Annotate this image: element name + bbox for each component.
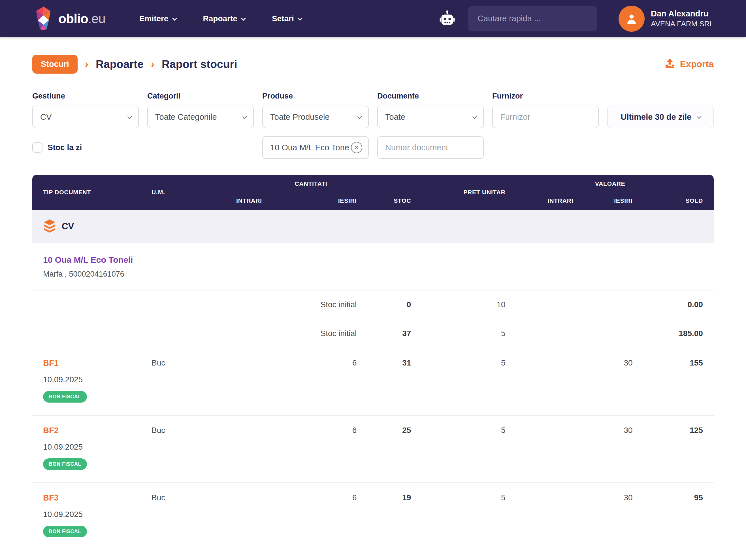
group-row-cv: CV [32,210,714,243]
pret-unitar-value: 5 [421,329,517,338]
oblio-logo-text: oblio.eu [58,11,105,26]
gestiune-select[interactable]: CV [32,106,139,128]
iesiri-value: 6 [262,358,356,367]
stoc-la-zi-label: Stoc la zi [48,143,82,152]
breadcrumb-badge-stocuri[interactable]: Stocuri [32,55,78,73]
furnizor-field [492,106,599,128]
filter-gestiune: Gestiune CV [32,92,139,128]
stoc-la-zi-checkbox[interactable] [32,142,42,153]
stock-report-table: TIP DOCUMENT U.M. CANTITATI PRET UNITAR … [32,175,714,560]
clear-product-filter-icon[interactable]: × [351,142,362,153]
filter-row-1: Gestiune CV Categorii Toate Categoriile … [32,92,714,128]
status-badge: BON FISCAL [43,526,87,537]
sold-value: 155 [633,358,714,367]
quick-search [468,6,597,31]
nav-right: Dan Alexandru AVENA FARM SRL [439,6,714,32]
pret-unitar-value: 5 [421,426,517,435]
filter-categorii: Categorii Toate Categoriile [147,92,254,128]
nav-item-rapoarte-label: Rapoarte [203,14,237,23]
col-valoare-intrari: INTRARI [517,195,574,204]
stoc-la-zi-control[interactable]: Stoc la zi [32,142,139,153]
group-name: CV [62,222,74,232]
table-row: BF2 10.09.2025 BON FISCAL Buc 6 25 5 30 … [32,415,714,482]
table-row: BF1 10.09.2025 BON FISCAL Buc 6 31 5 30 … [32,348,714,415]
breadcrumb: Stocuri › Rapoarte › Raport stocuri [32,55,237,73]
search-input[interactable] [478,14,587,23]
doc-number-link[interactable]: BF2 [43,426,151,435]
product-name-link[interactable]: 10 Oua M/L Eco Toneli [43,255,703,265]
documente-value: Toate [385,112,405,122]
user-company: AVENA FARM SRL [651,20,714,28]
chevron-down-icon [472,114,477,119]
sold-value: 185.00 [633,329,714,338]
page: oblio.eu Emitere Rapoarte Setari [0,0,746,560]
nav-menu: Emitere Rapoarte Setari [139,14,302,23]
robot-assistant-icon[interactable] [439,10,455,27]
categorii-value: Toate Categoriile [155,112,217,122]
nav-item-setari-label: Setari [272,14,294,23]
filter-categorii-label: Categorii [147,92,254,100]
um-value: Buc [151,426,201,435]
table-header: TIP DOCUMENT U.M. CANTITATI PRET UNITAR … [32,175,714,210]
stoc-value: 37 [356,329,421,338]
col-group-valoare: VALOARE [517,180,704,192]
product-chip-value: 10 Oua M/L Eco Tone [270,143,349,152]
stoc-value: 0 [356,300,421,309]
col-cantitati-iesiri: IESIRI [262,195,356,204]
period-select[interactable]: Ultimele 30 de zile [607,106,714,128]
page-title: Raport stocuri [162,58,237,70]
stoc-value: 25 [356,426,421,435]
status-badge: BON FISCAL [43,391,87,403]
filter-gestiune-label: Gestiune [32,92,139,100]
col-group-cantitati: CANTITATI [201,180,421,192]
table-row: Stoc initial 0 10 0.00 [32,290,714,319]
filter-documente: Documente Toate [377,92,484,128]
sold-value: 125 [633,426,714,435]
product-meta: Marfa , 5000204161076 [43,270,703,278]
gestiune-value: CV [40,112,52,122]
oblio-logo[interactable]: oblio.eu [32,6,105,31]
export-button[interactable]: Exporta [664,57,714,71]
doc-date: 10.09.2025 [43,510,151,519]
user-menu[interactable]: Dan Alexandru AVENA FARM SRL [619,6,714,32]
produse-select[interactable]: Toate Produsele [262,106,369,128]
row-label: Stoc initial [262,300,356,309]
chevron-down-icon [242,114,247,119]
categorii-select[interactable]: Toate Categoriile [147,106,254,128]
chevron-down-icon [357,114,362,119]
col-cantitati-stoc: STOC [356,195,421,204]
row-label: Stoc initial [262,329,356,338]
valoare-iesiri-value: 30 [573,493,632,502]
chevron-down-icon [172,16,177,21]
filter-furnizor: Furnizor [492,92,599,128]
breadcrumb-item-rapoarte[interactable]: Rapoarte [96,58,144,70]
breadcrumb-separator: › [85,59,88,69]
numar-document-field [377,136,484,159]
col-valoare-sold: SOLD [633,195,714,204]
chevron-down-icon [697,114,701,119]
nav-item-emitere[interactable]: Emitere [139,14,176,23]
filter-produse: Produse Toate Produsele [262,92,369,128]
avatar [619,6,644,32]
nav-item-setari[interactable]: Setari [272,14,302,23]
furnizor-input[interactable] [500,112,591,122]
user-name: Dan Alexandru [651,9,714,19]
iesiri-value: 6 [262,426,356,435]
doc-date: 10.09.2025 [43,443,151,451]
period-value: Ultimele 30 de zile [621,112,692,122]
nav-item-rapoarte[interactable]: Rapoarte [203,14,245,23]
table-row: BF3 10.09.2025 BON FISCAL Buc 6 19 5 30 … [32,482,714,550]
status-badge: BON FISCAL [43,459,87,470]
doc-cell: BF3 10.09.2025 BON FISCAL [32,493,151,537]
col-tip-document: TIP DOCUMENT [32,189,151,196]
table-row: BF310 16.09.2025 BON FISCAL Buc 1 18 5 5… [32,550,714,560]
pret-unitar-value: 5 [421,493,517,502]
doc-number-link[interactable]: BF3 [43,493,151,503]
breadcrumb-separator: › [151,59,154,69]
sold-value: 0.00 [633,300,714,309]
numar-document-input[interactable] [385,143,476,152]
documente-select[interactable]: Toate [377,106,484,128]
user-texts: Dan Alexandru AVENA FARM SRL [651,9,714,28]
product-filter-chip[interactable]: 10 Oua M/L Eco Tone × [262,136,369,159]
doc-number-link[interactable]: BF1 [43,358,151,368]
